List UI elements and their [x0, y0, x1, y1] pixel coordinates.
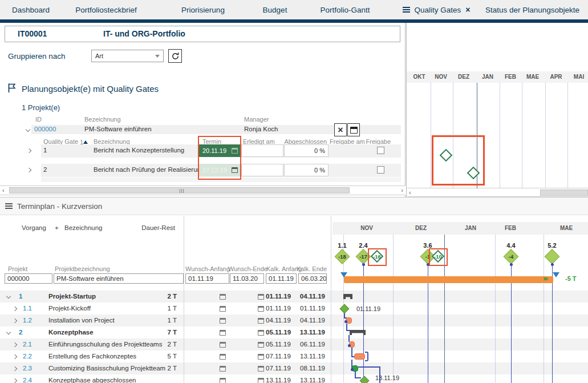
tab-label: Budget [263, 6, 287, 14]
expand-icon[interactable] [13, 342, 17, 347]
calendar-icon[interactable] [258, 366, 264, 372]
task-name: Projekt-Startup [48, 293, 96, 300]
kalk-ende-cell[interactable]: 06.03.20 [298, 273, 327, 284]
col-header-id: ID [35, 116, 42, 123]
calendar-icon[interactable] [258, 306, 264, 312]
task-row[interactable]: 2.2 Erstellung des Fachkonzeptes 5 T 07.… [0, 350, 588, 362]
section-title: Planungsobjekt(e) mit Quality Gates [22, 84, 159, 94]
calendar-icon[interactable] [258, 294, 264, 300]
calendar-icon[interactable] [258, 318, 264, 324]
tab[interactable]: Priorisierung [151, 0, 256, 19]
gantt-task-shape[interactable] [349, 341, 355, 348]
erledigt-am-cell[interactable] [241, 164, 283, 176]
quality-gate-diamond[interactable] [467, 167, 480, 180]
bar-end-arrows: ››› [543, 274, 547, 283]
task-row[interactable]: 1.1 Projekt-Kickoff 1 T 01.11.19 01.11.1… [0, 303, 588, 315]
tab[interactable]: Quality Gates × [396, 0, 477, 19]
col-header-projektbezeichnung: Projektbezeichnung [55, 265, 110, 272]
calendar-icon[interactable] [220, 378, 226, 383]
tab[interactable]: Portfoliosteckbrief [62, 0, 151, 19]
collapse-icon[interactable] [6, 294, 11, 299]
group-by-select[interactable]: Art [91, 50, 164, 62]
gantt-task-shape[interactable] [354, 353, 365, 360]
scroll-right-icon[interactable]: › [401, 186, 403, 195]
collapse-icon[interactable] [6, 330, 11, 334]
column-divider [184, 216, 184, 383]
col-header-wunsch-ende: Wunsch-Ende [228, 265, 263, 272]
project-bar[interactable] [344, 276, 553, 283]
delete-button[interactable]: × [334, 123, 347, 136]
calendar-icon[interactable] [258, 354, 264, 360]
scrollbar-thumb[interactable] [540, 190, 588, 196]
expand-icon[interactable] [13, 319, 17, 323]
tab[interactable]: Status der Planungsobjekte [477, 0, 588, 19]
kalk-ende: 13.11.19 [297, 329, 325, 336]
task-row[interactable]: 2.1 Einführungsschulung des Projektteams… [0, 338, 588, 350]
abgeschlossen-cell[interactable]: 0 % [284, 164, 329, 176]
tab[interactable]: Dashboard [0, 0, 62, 19]
month-label: OKT [413, 74, 425, 80]
refresh-button[interactable] [168, 49, 182, 63]
calendar-icon[interactable] [258, 342, 264, 348]
annotation-box-milestone [368, 248, 387, 266]
tab[interactable]: Budget [256, 0, 294, 19]
quality-gate-row[interactable]: 1 Bericht nach Konzepterstellung 20.11.1… [0, 144, 405, 158]
task-row[interactable]: 2 Konzeptphase 7 T 05.11.19 13.11.19 [0, 326, 588, 338]
timeline-scrollbar[interactable]: ‹ [407, 188, 588, 197]
project-id-link[interactable]: 000000 [34, 126, 56, 132]
calendar-icon[interactable] [220, 366, 226, 372]
month-label: FEB [505, 225, 516, 231]
calendar-icon[interactable] [220, 306, 226, 312]
expand-icon[interactable] [27, 168, 31, 172]
quality-gate-diamond[interactable] [440, 149, 453, 162]
scroll-left-icon[interactable]: ‹ [2, 186, 5, 195]
abgeschlossen-cell[interactable]: 0 % [284, 144, 329, 157]
expand-icon[interactable] [13, 378, 17, 383]
termin-cell[interactable]: 27.12.19 [199, 164, 241, 176]
tab[interactable]: Portfolio-Gantt [294, 0, 396, 19]
expand-icon[interactable] [13, 366, 17, 371]
scrollbar-thumb[interactable] [9, 187, 350, 193]
scroll-left-icon[interactable]: ‹ [409, 188, 411, 197]
horizontal-scrollbar[interactable]: ‹ › [0, 186, 405, 195]
wunsch-anfang-cell[interactable]: 01.11.19 [185, 273, 229, 284]
terminplan-titlebar[interactable]: Terminplan - Kurzversion [0, 197, 588, 215]
calendar-icon[interactable] [220, 342, 226, 348]
expand-icon[interactable] [27, 148, 31, 153]
calendar-button[interactable] [347, 123, 360, 136]
calendar-icon[interactable] [220, 354, 226, 360]
task-name: Konzeptphase abgeschlossen [48, 377, 136, 383]
freigabe-checkbox[interactable] [377, 166, 384, 174]
calendar-icon[interactable] [258, 330, 264, 336]
add-column-icon[interactable]: + [55, 224, 59, 231]
erledigt-am-cell[interactable] [241, 144, 283, 157]
freigabe-checkbox[interactable] [377, 147, 384, 154]
calendar-icon[interactable] [232, 167, 238, 173]
expand-icon[interactable] [13, 307, 17, 311]
task-row[interactable]: 2.4 Konzeptphase abgeschlossen 13.11.19 … [0, 374, 588, 383]
task-number: 2.4 [23, 377, 32, 383]
quality-gate-row[interactable]: 2 Bericht nach Prüfung der Realisierung … [0, 164, 405, 177]
col-header-dauer-rest: Dauer-Rest [137, 224, 175, 231]
collapse-icon[interactable] [26, 127, 30, 132]
kalk-anfang-cell[interactable]: 01.11.19 [266, 273, 297, 284]
calendar-icon[interactable] [232, 148, 238, 154]
termin-cell[interactable]: 20.11.19 [199, 144, 241, 157]
milestone-label: 1.1 [338, 242, 346, 249]
calendar-icon[interactable] [220, 318, 226, 324]
calendar-icon[interactable] [220, 330, 226, 336]
wunsch-ende-cell[interactable]: 11.03.20 [230, 273, 264, 284]
calendar-icon[interactable] [258, 378, 264, 383]
gantt-task-shape[interactable] [352, 365, 358, 372]
project-name-cell[interactable]: PM-Software einführen [54, 273, 184, 284]
task-row[interactable]: 1 Projekt-Startup 2 T 01.11.19 04.11.19 [0, 291, 588, 303]
gantt-task-shape[interactable] [346, 317, 352, 324]
close-icon[interactable]: × [465, 6, 470, 14]
project-id-cell[interactable]: 000000 [5, 273, 52, 284]
task-row[interactable]: 1.2 Installation von Project 1 T 04.11.1… [0, 315, 588, 326]
calendar-icon[interactable] [220, 294, 226, 300]
menu-icon[interactable] [5, 203, 13, 209]
expand-icon[interactable] [13, 354, 17, 359]
milestone-diamond[interactable] [545, 249, 560, 264]
task-row[interactable]: 2.3 Customizing Basisschulung Projekttea… [0, 362, 588, 374]
